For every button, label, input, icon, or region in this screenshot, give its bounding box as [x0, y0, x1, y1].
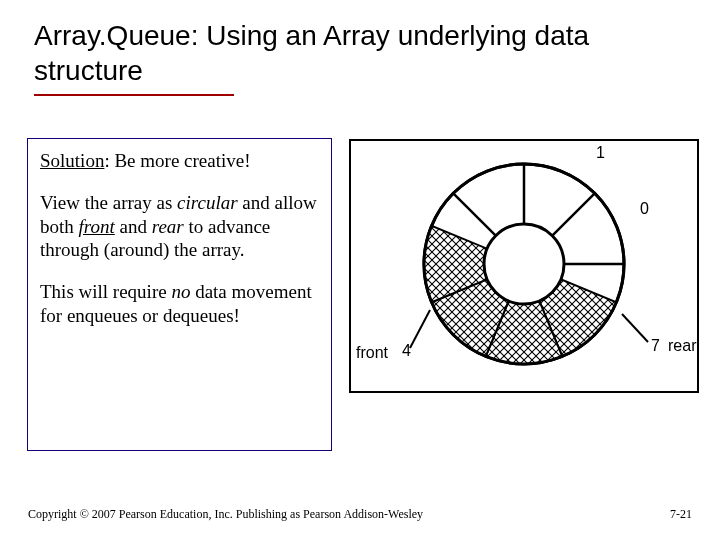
title-underline — [34, 94, 234, 96]
solution-line: Solution: Be more creative! — [40, 149, 319, 173]
solution-text: : Be more creative! — [104, 150, 250, 171]
page-title: Array.Queue: Using an Array underlying d… — [34, 18, 680, 88]
label-0: 0 — [640, 200, 649, 217]
svg-point-15 — [484, 224, 564, 304]
circular-array-diagram: 0 1 7 4 front rear — [348, 138, 700, 438]
page-number: 7-21 — [670, 507, 692, 522]
label-rear: rear — [668, 337, 697, 354]
copyright-footer: Copyright © 2007 Pearson Education, Inc.… — [28, 507, 423, 522]
label-7: 7 — [651, 337, 660, 354]
label-front: front — [356, 344, 389, 361]
label-1: 1 — [596, 144, 605, 161]
paragraph-1: View the array as circular and allow bot… — [40, 191, 319, 262]
paragraph-2: This will require no data movement for e… — [40, 280, 319, 328]
content-box: Solution: Be more creative! View the arr… — [27, 138, 332, 451]
solution-label: Solution — [40, 150, 104, 171]
label-4: 4 — [402, 342, 411, 359]
